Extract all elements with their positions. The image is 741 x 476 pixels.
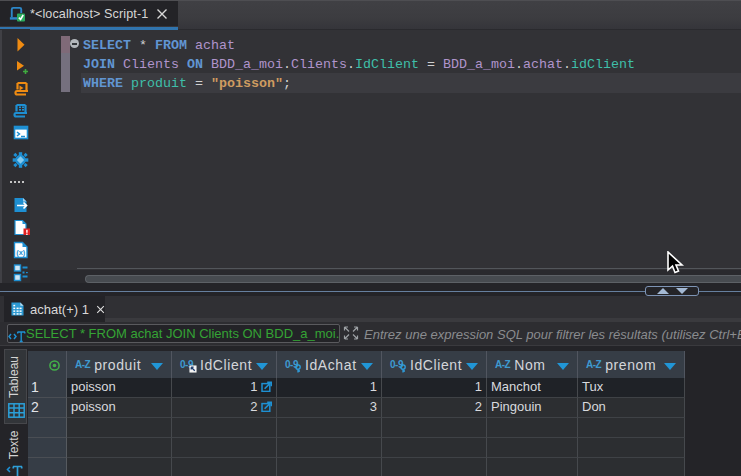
svg-text:(x): (x) — [16, 248, 26, 257]
